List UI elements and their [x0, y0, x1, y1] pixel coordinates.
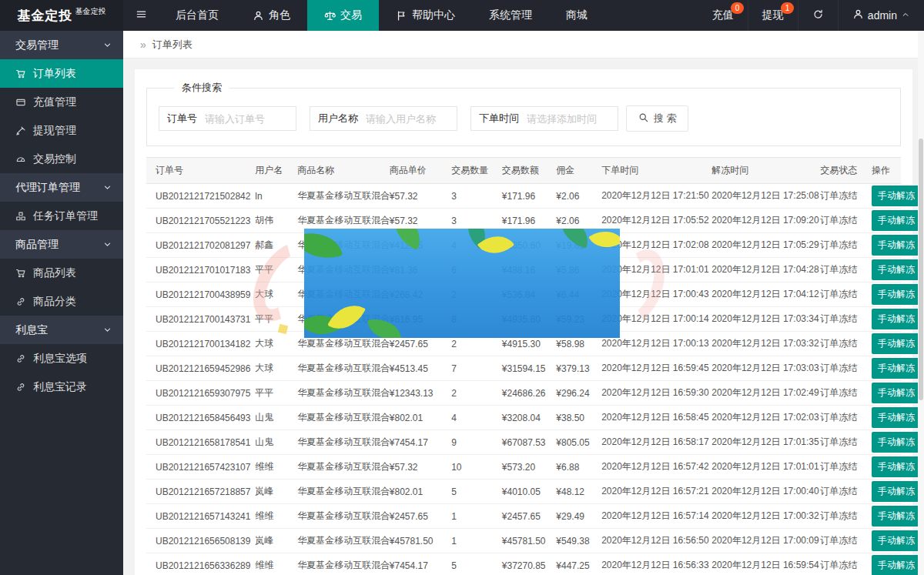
unfreeze-button[interactable]: 手动解冻: [872, 506, 921, 527]
unfreeze-button[interactable]: 手动解冻: [872, 186, 921, 206]
sidebar-item-13[interactable]: 利息宝记录: [0, 373, 123, 401]
sidebar-group-11[interactable]: 利息宝: [0, 316, 123, 344]
table-row: UB2012121656508139岚峰华夏基金移动互联混合¥45781.501…: [146, 529, 901, 553]
sidebar-group-6[interactable]: 代理订单管理: [0, 173, 123, 202]
scale-icon: [324, 10, 336, 22]
unfreeze-button[interactable]: 手动解冻: [872, 432, 921, 453]
cell-order-no: UB2012121658178541: [146, 430, 246, 455]
link-icon: [15, 353, 26, 364]
order-no-label: 订单号: [159, 112, 205, 125]
menu-toggle-button[interactable]: [123, 0, 159, 31]
unfreeze-button[interactable]: 手动解冻: [872, 259, 921, 280]
sidebar-item-9[interactable]: 商品列表: [0, 259, 123, 287]
recharge-button[interactable]: 充值 0: [698, 0, 748, 31]
sidebar-item-4[interactable]: 提现管理: [0, 116, 123, 145]
sidebar-item-2[interactable]: 订单列表: [0, 59, 123, 88]
sidebar-item-12[interactable]: 利息宝选项: [0, 344, 123, 373]
cell-order-time: 2020年12月12日 16:56:33: [592, 553, 702, 575]
chevron-down-icon: [102, 239, 112, 249]
scrollbar[interactable]: [918, 31, 924, 575]
cell-action: 手动解冻: [862, 504, 901, 529]
withdraw-button[interactable]: 提现 1: [748, 0, 798, 31]
cell-username: 岚峰: [246, 480, 288, 504]
nav-item-3[interactable]: 交易: [307, 0, 379, 31]
cell-action: 手动解冻: [862, 381, 901, 406]
sidebar-item-5[interactable]: 交易控制: [0, 145, 123, 173]
nav-item-1[interactable]: 后台首页: [159, 0, 236, 31]
nav-item-label: 后台首页: [176, 8, 219, 22]
cell-unfreeze-time: 2020年12月12日 17:09:20: [702, 209, 811, 233]
order-time-input[interactable]: [527, 113, 618, 125]
unfreeze-button[interactable]: 手动解冻: [872, 210, 921, 231]
unfreeze-button[interactable]: 手动解冻: [872, 456, 921, 477]
cell-order-time: 2020年12月12日 16:59:30: [592, 381, 702, 406]
sidebar-group-1[interactable]: 交易管理: [0, 31, 123, 59]
sidebar-item-3[interactable]: 充值管理: [0, 88, 123, 116]
cell-trade-qty: 5: [442, 480, 493, 504]
orders-table: 订单号用户名商品名称商品单价交易数量交易数额佣金下单时间解冻时间交易状态操作 U…: [146, 157, 901, 575]
unfreeze-button[interactable]: 手动解冻: [872, 530, 921, 551]
cell-action: 手动解冻: [862, 430, 901, 455]
cell-action: 手动解冻: [862, 233, 901, 258]
person-icon: [253, 10, 264, 22]
nav-item-2[interactable]: 角色: [236, 0, 307, 31]
cell-username: 维维: [246, 504, 288, 529]
hamburger-icon: [136, 8, 147, 23]
search-panel-legend: 条件搜索: [174, 81, 229, 95]
user-menu[interactable]: admin: [838, 0, 924, 31]
unfreeze-button[interactable]: 手动解冻: [872, 309, 921, 329]
sidebar-item-label: 利息宝记录: [33, 380, 87, 394]
order-no-input[interactable]: [205, 113, 296, 125]
cart-icon: [15, 268, 26, 279]
unfreeze-button[interactable]: 手动解冻: [872, 383, 921, 403]
unfreeze-button[interactable]: 手动解冻: [872, 333, 921, 354]
sidebar-group-label: 代理订单管理: [15, 181, 80, 195]
table-row: UB2012121657218857岚峰华夏基金移动互联混合¥802.015¥4…: [146, 480, 901, 504]
cell-commission: ¥6.88: [547, 455, 592, 480]
unfreeze-button[interactable]: 手动解冻: [872, 481, 921, 502]
unfreeze-button[interactable]: 手动解冻: [872, 555, 921, 575]
cell-commission: ¥296.24: [547, 381, 592, 406]
sidebar-group-8[interactable]: 商品管理: [0, 230, 123, 259]
cell-unit-price: ¥2457.65: [380, 504, 442, 529]
cell-order-no: UB2012121657218857: [146, 480, 246, 504]
cell-commission: ¥805.05: [547, 430, 592, 455]
cell-order-time: 2020年12月12日 16:59:45: [592, 356, 702, 381]
nav-item-6[interactable]: 商城: [549, 0, 604, 31]
cell-trade-amount: ¥4010.05: [493, 480, 547, 504]
cell-unit-price: ¥7454.17: [380, 430, 442, 455]
link-icon: [15, 296, 26, 307]
scrollbar-thumb[interactable]: [919, 139, 923, 400]
unfreeze-button[interactable]: 手动解冻: [872, 358, 921, 379]
nav-item-label: 商城: [566, 8, 588, 22]
column-header: 解冻时间: [702, 158, 811, 184]
cell-order-no: UB2012121721502842: [146, 184, 246, 209]
unfreeze-button[interactable]: 手动解冻: [872, 235, 921, 256]
recharge-label: 充值: [712, 8, 734, 22]
search-button-label: 搜 索: [654, 112, 677, 125]
cell-order-time: 2020年12月12日 16:58:45: [592, 406, 702, 430]
nav-item-label: 系统管理: [489, 8, 532, 22]
sidebar-item-label: 交易控制: [33, 152, 76, 166]
unfreeze-button[interactable]: 手动解冻: [872, 284, 921, 305]
sidebar-item-10[interactable]: 商品分类: [0, 287, 123, 316]
unfreeze-button[interactable]: 手动解冻: [872, 407, 921, 428]
nav-item-5[interactable]: 系统管理: [472, 0, 549, 31]
sidebar-item-7[interactable]: 任务订单管理: [0, 202, 123, 230]
card-icon: [15, 97, 26, 108]
nav-item-4[interactable]: 帮助中心: [379, 0, 472, 31]
sidebar-group-label: 商品管理: [15, 238, 59, 252]
cell-order-no: UB2012121659307975: [146, 381, 246, 406]
column-header: 交易数额: [493, 158, 547, 184]
cell-unit-price: ¥45781.50: [380, 529, 442, 553]
username-input[interactable]: [366, 113, 457, 125]
cell-trade-amount: ¥171.96: [493, 184, 547, 209]
cell-trade-amount: ¥45781.50: [493, 529, 547, 553]
sidebar-item-label: 任务订单管理: [33, 209, 98, 223]
chevron-down-icon: [102, 325, 112, 335]
search-button[interactable]: 搜 索: [626, 105, 688, 132]
column-header: 佣金: [547, 158, 592, 184]
refresh-button[interactable]: [798, 0, 838, 31]
cell-unfreeze-time: 2020年12月12日 17:25:08: [702, 184, 811, 209]
cell-username: 维维: [246, 455, 288, 480]
